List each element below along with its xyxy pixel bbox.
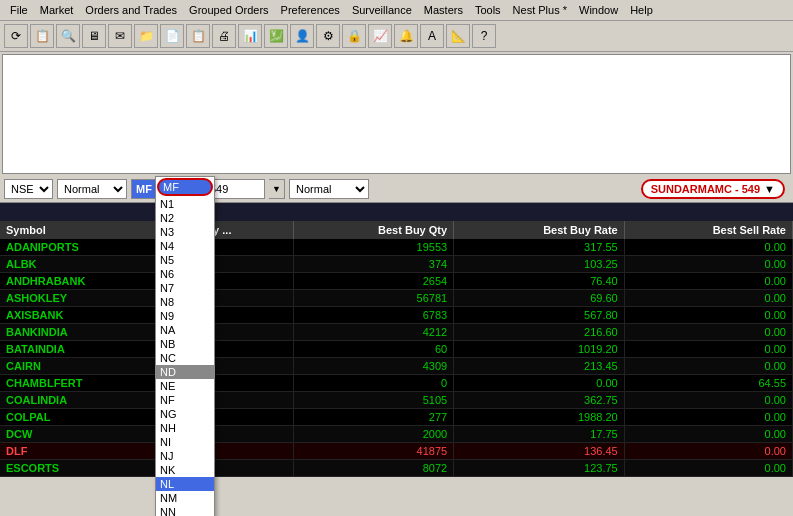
table-row[interactable]: AXISBANK 6783 567.80 0.00 — [0, 307, 793, 324]
tb-doc-btn[interactable]: 📄 — [160, 24, 184, 48]
tb-help-btn[interactable]: ? — [472, 24, 496, 48]
tb-trade-btn[interactable]: 💹 — [264, 24, 288, 48]
menu-orders-trades[interactable]: Orders and Trades — [79, 2, 183, 18]
dropdown-item-nk[interactable]: NK — [156, 463, 214, 477]
menu-preferences[interactable]: Preferences — [275, 2, 346, 18]
menu-help[interactable]: Help — [624, 2, 659, 18]
dropdown-item-na[interactable]: NA — [156, 323, 214, 337]
cell-bbqty: 2000 — [294, 426, 454, 443]
dropdown-item-n4[interactable]: N4 — [156, 239, 214, 253]
dropdown-item-n1[interactable]: N1 — [156, 197, 214, 211]
table-row[interactable]: ESCORTS 8072 123.75 0.00 — [0, 460, 793, 477]
table-row[interactable]: ANDHRABANK 2654 76.40 0.00 — [0, 273, 793, 290]
type1-select[interactable]: Normal — [57, 179, 127, 199]
dropdown-item-n2[interactable]: N2 — [156, 211, 214, 225]
table-body: ADANIPORTS 19553 317.55 0.00 ALBK 374 10… — [0, 239, 793, 477]
table-row[interactable]: BATAINDIA 60 1019.20 0.00 — [0, 341, 793, 358]
dropdown-item-nn[interactable]: NN — [156, 505, 214, 516]
cell-symbol: DCW — [0, 426, 179, 443]
dropdown-item-n9[interactable]: N9 — [156, 309, 214, 323]
dropdown-item-ng[interactable]: NG — [156, 407, 214, 421]
menu-surveillance[interactable]: Surveillance — [346, 2, 418, 18]
tb-graph-btn[interactable]: 📈 — [368, 24, 392, 48]
sundar-dropdown-icon[interactable]: ▼ — [764, 183, 775, 195]
dropdown-item-n7[interactable]: N7 — [156, 281, 214, 295]
col-symbol: Symbol — [0, 221, 179, 239]
dropdown-item-nj[interactable]: NJ — [156, 449, 214, 463]
dropdown-item-nm[interactable]: NM — [156, 491, 214, 505]
dropdown-item-n8[interactable]: N8 — [156, 295, 214, 309]
menu-market[interactable]: Market — [34, 2, 80, 18]
table-row[interactable]: CAIRN 4309 213.45 0.00 — [0, 358, 793, 375]
tb-chart-btn[interactable]: 📊 — [238, 24, 262, 48]
dropdown-item-nl[interactable]: NL — [156, 477, 214, 491]
dropdown-item-ne[interactable]: NE — [156, 379, 214, 393]
tb-gear-btn[interactable]: ⚙ — [316, 24, 340, 48]
dropdown-item-nh[interactable]: NH — [156, 421, 214, 435]
exchange-select[interactable]: NSE — [4, 179, 53, 199]
cell-symbol: COLPAL — [0, 409, 179, 426]
dropdown-item-nd[interactable]: ND — [156, 365, 214, 379]
tb-refresh-btn[interactable]: ⟳ — [4, 24, 28, 48]
tb-ruler-btn[interactable]: 📐 — [446, 24, 470, 48]
data-table-container: Symbol Expiry ... Best Buy Qty Best Buy … — [0, 221, 793, 477]
menu-grouped-orders[interactable]: Grouped Orders — [183, 2, 274, 18]
cell-symbol: ALBK — [0, 256, 179, 273]
menu-bar: File Market Orders and Trades Grouped Or… — [0, 0, 793, 21]
code-dropdown-btn[interactable]: ▼ — [269, 179, 285, 199]
cell-bbqty: 56781 — [294, 290, 454, 307]
table-row[interactable]: DLF 41875 136.45 0.00 — [0, 443, 793, 460]
table-row[interactable]: COLPAL 277 1988.20 0.00 — [0, 409, 793, 426]
cell-bsrate: 0.00 — [624, 307, 792, 324]
cell-bsrate: 0.00 — [624, 409, 792, 426]
tb-screen-btn[interactable]: 🖥 — [82, 24, 106, 48]
dropdown-item-n3[interactable]: N3 — [156, 225, 214, 239]
market-data-table: Symbol Expiry ... Best Buy Qty Best Buy … — [0, 221, 793, 477]
dropdown-item-mf[interactable]: MF — [157, 178, 213, 196]
menu-file[interactable]: File — [4, 2, 34, 18]
tb-mail-btn[interactable]: ✉ — [108, 24, 132, 48]
filter-section: NSE Normal ▼ ▼ Normal SUNDARMAMC - 549 ▼… — [0, 176, 793, 203]
cell-symbol: ASHOKLEY — [0, 290, 179, 307]
dropdown-item-nf[interactable]: NF — [156, 393, 214, 407]
table-row[interactable]: CHAMBLFERT 0 0.00 64.55 — [0, 375, 793, 392]
tb-clip-btn[interactable]: 📋 — [186, 24, 210, 48]
menu-masters[interactable]: Masters — [418, 2, 469, 18]
table-row[interactable]: ASHOKLEY 56781 69.60 0.00 — [0, 290, 793, 307]
cell-bbqty: 0 — [294, 375, 454, 392]
cell-bsrate: 64.55 — [624, 375, 792, 392]
cell-bbrate: 123.75 — [454, 460, 625, 477]
dropdown-item-n5[interactable]: N5 — [156, 253, 214, 267]
cell-bbqty: 2654 — [294, 273, 454, 290]
dropdown-item-n6[interactable]: N6 — [156, 267, 214, 281]
menu-tools[interactable]: Tools — [469, 2, 507, 18]
table-row[interactable]: BANKINDIA 4212 216.60 0.00 — [0, 324, 793, 341]
cell-bsrate: 0.00 — [624, 256, 792, 273]
type2-select[interactable]: Normal — [289, 179, 369, 199]
cell-bbrate: 17.75 — [454, 426, 625, 443]
menu-nest-plus[interactable]: Nest Plus * — [507, 2, 573, 18]
dropdown-item-ni[interactable]: NI — [156, 435, 214, 449]
tb-print-btn[interactable]: 🖨 — [212, 24, 236, 48]
tb-user-btn[interactable]: 👤 — [290, 24, 314, 48]
dropdown-item-nc[interactable]: NC — [156, 351, 214, 365]
cell-bsrate: 0.00 — [624, 273, 792, 290]
cell-bbrate: 0.00 — [454, 375, 625, 392]
table-row[interactable]: ALBK 374 103.25 0.00 — [0, 256, 793, 273]
tb-font-btn[interactable]: A — [420, 24, 444, 48]
sundar-box[interactable]: SUNDARMAMC - 549 ▼ — [641, 179, 785, 199]
table-row[interactable]: ADANIPORTS 19553 317.55 0.00 — [0, 239, 793, 256]
cell-bbqty: 374 — [294, 256, 454, 273]
table-row[interactable]: DCW 2000 17.75 0.00 — [0, 426, 793, 443]
menu-window[interactable]: Window — [573, 2, 624, 18]
tb-lock-btn[interactable]: 🔒 — [342, 24, 366, 48]
tb-bell-btn[interactable]: 🔔 — [394, 24, 418, 48]
dropdown-item-nb[interactable]: NB — [156, 337, 214, 351]
tb-folder-btn[interactable]: 📁 — [134, 24, 158, 48]
tb-search-btn[interactable]: 🔍 — [56, 24, 80, 48]
table-row[interactable]: COALINDIA 5105 362.75 0.00 — [0, 392, 793, 409]
instrument-dropdown-menu[interactable]: MF N1 N2 N3 N4 N5 N6 N7 N8 N9 NA NB NC N… — [155, 176, 215, 516]
tb-copy-btn[interactable]: 📋 — [30, 24, 54, 48]
cell-symbol: CAIRN — [0, 358, 179, 375]
cell-bbqty: 4309 — [294, 358, 454, 375]
